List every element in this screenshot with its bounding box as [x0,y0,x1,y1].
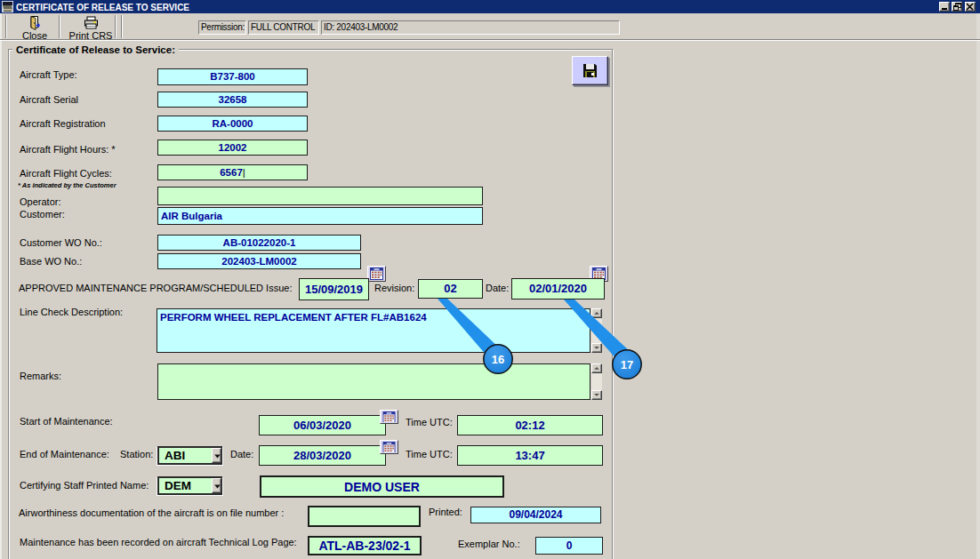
svg-text:17: 17 [621,358,633,371]
